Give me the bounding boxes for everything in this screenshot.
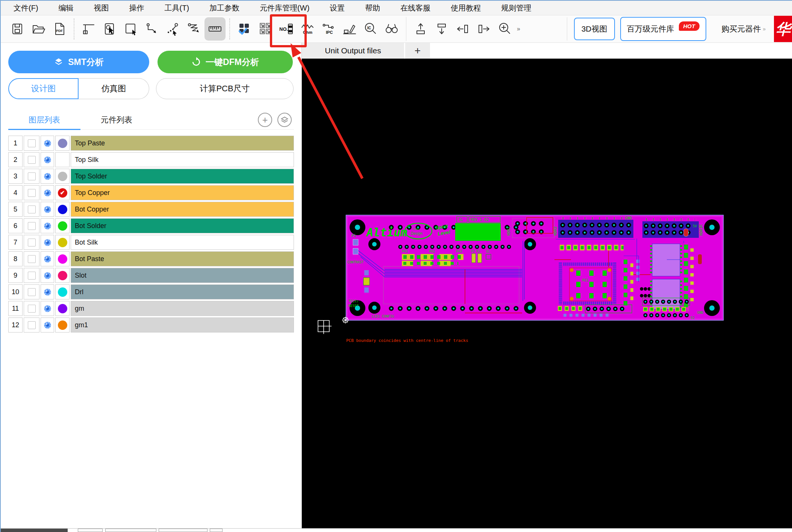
tab-component-list[interactable]: 元件列表 xyxy=(80,115,153,125)
zoom-in-button[interactable] xyxy=(494,17,515,41)
align-top-button[interactable] xyxy=(410,17,431,41)
layer-visibility-toggle[interactable] xyxy=(41,169,54,184)
route-trace-button[interactable] xyxy=(183,17,204,41)
menu-tutorial[interactable]: 使用教程 xyxy=(451,3,481,13)
layer-name[interactable]: Top Silk xyxy=(71,152,294,167)
menu-process-params[interactable]: 加工参数 xyxy=(209,3,239,13)
svg-text:PDF: PDF xyxy=(56,29,63,33)
layer-color-swatch[interactable] xyxy=(55,301,70,316)
calc-pcb-size-button[interactable]: 计算PCB尺寸 xyxy=(156,78,294,99)
layer-number: 11 xyxy=(8,301,23,316)
layer-checkbox[interactable] xyxy=(24,152,39,167)
layer-name[interactable]: Slot xyxy=(71,268,294,283)
layer-checkbox[interactable] xyxy=(24,268,39,283)
menu-online-support[interactable]: 在线客服 xyxy=(400,3,430,13)
layer-color-swatch[interactable] xyxy=(55,218,70,233)
layer-visibility-toggle[interactable] xyxy=(41,152,54,167)
measure-ruler-button[interactable] xyxy=(204,17,226,41)
layer-color-swatch[interactable] xyxy=(55,136,70,151)
layer-name[interactable]: gm xyxy=(71,301,294,316)
layer-name[interactable]: Bot Silk xyxy=(71,235,294,250)
tab-layer-list[interactable]: 图层列表 xyxy=(8,115,80,125)
layer-visibility-toggle[interactable] xyxy=(41,268,54,283)
align-right-button[interactable] xyxy=(473,17,494,41)
layer-name[interactable]: Top Paste xyxy=(71,136,294,151)
export-pdf-button[interactable]: PDF xyxy=(49,17,70,41)
layer-visibility-toggle[interactable] xyxy=(41,235,54,250)
menu-settings[interactable]: 设置 xyxy=(330,3,345,13)
board-frame-button[interactable] xyxy=(78,17,99,41)
menu-view[interactable]: 视图 xyxy=(94,3,109,13)
menu-file[interactable]: 文件(F) xyxy=(14,3,38,13)
menu-edit[interactable]: 编辑 xyxy=(59,3,74,13)
layer-checkbox[interactable] xyxy=(24,284,39,299)
one-key-dfm-button[interactable]: 一键DFM分析 xyxy=(157,51,293,73)
toolbar-overflow[interactable]: » xyxy=(517,26,520,32)
layer-name[interactable]: Drl xyxy=(71,284,294,299)
layer-color-swatch[interactable] xyxy=(55,169,70,184)
move-trace-button[interactable] xyxy=(141,17,162,41)
edit-nodes-button[interactable] xyxy=(162,17,183,41)
layer-checkbox[interactable] xyxy=(24,251,39,266)
rect-select-button[interactable] xyxy=(120,17,141,41)
layer-color-swatch[interactable] xyxy=(55,251,70,266)
ipc-netlist-button[interactable]: IPC xyxy=(318,17,339,41)
layer-visibility-toggle[interactable] xyxy=(41,251,54,266)
pcb-viewport[interactable]: Altium Live Design Spirit Level SL REV 1… xyxy=(302,59,792,529)
layer-color-swatch[interactable] xyxy=(55,235,70,250)
compare-binoculars-button[interactable] xyxy=(381,17,402,41)
add-tab-button[interactable]: + xyxy=(405,43,430,59)
layer-stack-icon[interactable] xyxy=(277,113,292,127)
menu-tools[interactable]: 工具(T) xyxy=(165,3,189,13)
layer-visibility-toggle[interactable] xyxy=(41,301,54,316)
layer-checkbox[interactable] xyxy=(24,317,39,332)
layer-checkbox[interactable] xyxy=(24,185,39,200)
layer-color-swatch[interactable] xyxy=(55,202,70,217)
export-pdf-icon: PDF xyxy=(52,21,67,36)
layer-color-swatch[interactable] xyxy=(55,284,70,299)
grid-check-button[interactable] xyxy=(234,17,255,41)
layer-name[interactable]: gm1 xyxy=(71,317,294,332)
layer-visibility-toggle[interactable] xyxy=(41,202,54,217)
layer-checkbox[interactable] xyxy=(24,301,39,316)
bottom-strip-box xyxy=(105,529,156,532)
open-file-button[interactable] xyxy=(28,17,49,41)
layer-color-swatch[interactable]: ✔ xyxy=(55,185,70,200)
parts-library-button[interactable]: 百万级元件库 HOT xyxy=(620,17,707,41)
layer-color-swatch[interactable] xyxy=(55,268,70,283)
layer-checkbox[interactable] xyxy=(24,136,39,151)
layer-visibility-toggle[interactable] xyxy=(41,218,54,233)
layer-name[interactable]: Bot Copper xyxy=(71,202,294,217)
menu-help[interactable]: 帮助 xyxy=(365,3,380,13)
align-left-button[interactable] xyxy=(452,17,473,41)
layer-visibility-toggle[interactable] xyxy=(41,317,54,332)
align-bottom-button[interactable] xyxy=(431,17,452,41)
menu-rule-manage[interactable]: 规则管理 xyxy=(501,3,531,13)
layer-name[interactable]: Top Solder xyxy=(71,169,294,184)
layer-name[interactable]: Bot Paste xyxy=(71,251,294,266)
layer-checkbox[interactable] xyxy=(24,202,39,217)
layer-color-swatch[interactable] xyxy=(55,317,70,332)
layer-visibility-toggle[interactable] xyxy=(41,284,54,299)
layer-checkbox[interactable] xyxy=(24,218,39,233)
document-tab[interactable]: Unit Output files xyxy=(302,43,404,59)
select-cursor-button[interactable] xyxy=(99,17,120,41)
solder-pen-button[interactable] xyxy=(339,17,360,41)
layer-name[interactable]: Top Copper xyxy=(71,185,294,200)
menu-operate[interactable]: 操作 xyxy=(129,3,144,13)
tab-simulation-view[interactable]: 仿真图 xyxy=(79,78,149,99)
add-circle-icon[interactable]: + xyxy=(258,113,272,127)
layer-checkbox[interactable] xyxy=(24,169,39,184)
layer-visibility-toggle[interactable] xyxy=(41,136,54,151)
layer-color-swatch[interactable] xyxy=(55,152,70,167)
ic-zoom-button[interactable]: IC xyxy=(360,17,381,41)
layer-visibility-toggle[interactable] xyxy=(41,185,54,200)
buy-parts-button[interactable]: 购买元器件 » xyxy=(721,24,766,34)
tab-design-view[interactable]: 设计图 xyxy=(8,78,79,99)
save-button[interactable] xyxy=(7,17,28,41)
layer-checkbox[interactable] xyxy=(24,235,39,250)
smt-analysis-button[interactable]: SMT分析 xyxy=(8,51,149,73)
menu-component-lib[interactable]: 元件库管理(W) xyxy=(260,3,309,13)
layer-name[interactable]: Bot Solder xyxy=(71,218,294,233)
view-3d-button[interactable]: 3D视图 xyxy=(574,18,615,40)
